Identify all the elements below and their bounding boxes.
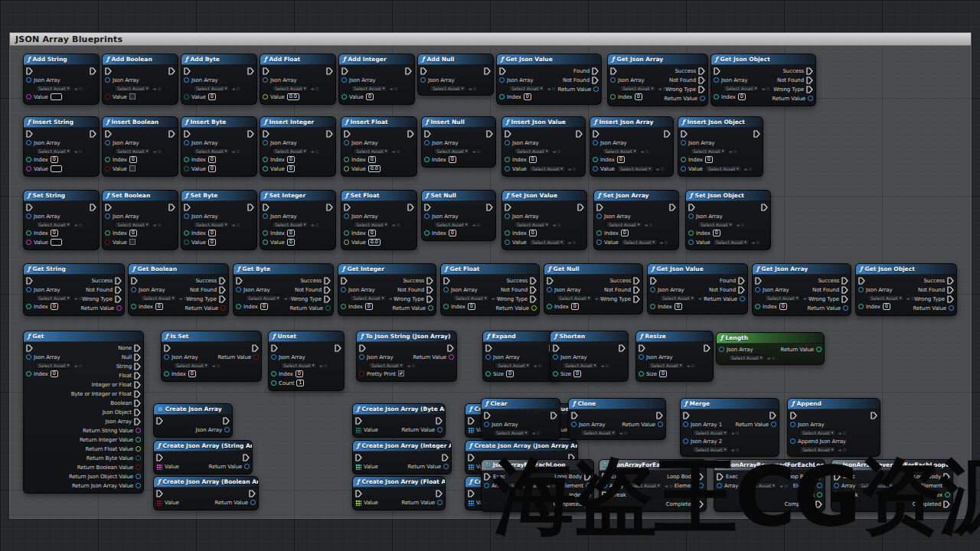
exec-pin-icon[interactable]: [341, 67, 348, 75]
browse-asset-icon[interactable]: ⊙: [324, 363, 328, 369]
exec-pin-icon[interactable]: [326, 204, 333, 211]
exec-pin[interactable]: Wrong Type: [394, 295, 433, 303]
exec-pin-icon[interactable]: [571, 412, 578, 419]
data-pin-icon[interactable]: [344, 230, 349, 236]
browse-asset-icon[interactable]: ⊙: [843, 430, 847, 436]
asset-select-dropdown[interactable]: Select Asset▾: [245, 295, 282, 302]
array-pin-icon[interactable]: [468, 464, 474, 470]
exec-pin[interactable]: Byte or Integer or Float: [71, 390, 141, 398]
asset-select-dropdown[interactable]: Select Asset▾: [692, 429, 729, 436]
data-pin[interactable]: Json ArraySelect Asset▾◄⊙: [424, 213, 481, 228]
exec-pin-icon[interactable]: [530, 286, 537, 294]
data-pin[interactable]: Json ArraySelect Asset▾◄⊙: [688, 213, 745, 228]
node-header[interactable]: ƒInsert Integer: [260, 117, 335, 128]
node-header[interactable]: ƒAdd Boolean: [103, 54, 178, 65]
exec-pin-icon[interactable]: [134, 363, 141, 370]
value-field[interactable]: 0: [287, 165, 295, 172]
data-pin-icon[interactable]: [105, 157, 110, 162]
exec-pin[interactable]: None: [118, 344, 141, 352]
data-pin[interactable]: Json ArraySelect Asset▾◄⊙: [420, 77, 477, 92]
data-pin[interactable]: Return Value: [209, 463, 250, 471]
array-pin-icon[interactable]: [355, 500, 361, 506]
data-pin[interactable]: Value0: [263, 165, 295, 173]
exec-pin[interactable]: [184, 204, 191, 211]
value-field[interactable]: 0: [296, 370, 303, 377]
exec-pin-icon[interactable]: [168, 204, 175, 211]
set-json-array-node[interactable]: ƒSet Json ArrayJson ArraySelect Asset▾◄⊙…: [593, 190, 679, 250]
insert-boolean-node[interactable]: ƒInsert BooleanJson ArraySelect Asset▾◄⊙…: [102, 116, 178, 177]
exec-pin[interactable]: Not Found: [397, 286, 433, 294]
node-header[interactable]: ƒMerge: [681, 399, 779, 409]
data-pin[interactable]: Json ArraySelect Asset▾◄⊙: [755, 286, 812, 302]
browse-asset-icon[interactable]: ⊙: [158, 222, 162, 228]
data-pin[interactable]: Index0: [184, 230, 216, 237]
asset-select-dropdown[interactable]: Select Asset▾: [140, 295, 177, 302]
asset-select-dropdown[interactable]: Select Asset▾: [35, 85, 72, 92]
object-pin-icon[interactable]: [344, 140, 349, 145]
exec-pin[interactable]: Not Found: [709, 286, 745, 294]
browse-asset-icon[interactable]: ⊙: [477, 222, 481, 228]
data-pin[interactable]: Size0: [639, 370, 667, 378]
data-pin[interactable]: Index0: [344, 230, 376, 237]
exec-pin-icon[interactable]: [219, 286, 226, 294]
node-header[interactable]: ƒGet Json Value: [648, 264, 747, 275]
asset-select-dropdown[interactable]: Select Asset▾: [690, 148, 727, 155]
exec-pin-icon[interactable]: [790, 412, 797, 419]
object-pin-icon[interactable]: [26, 214, 31, 219]
data-pin-icon[interactable]: [344, 240, 349, 245]
exec-pin-icon[interactable]: [669, 204, 676, 211]
exec-pin-icon[interactable]: [683, 412, 690, 419]
use-asset-icon[interactable]: ◄: [730, 430, 734, 436]
asset-select-dropdown[interactable]: Select Asset▾: [602, 148, 639, 155]
data-pin[interactable]: Value0: [263, 239, 295, 246]
exec-pin-icon[interactable]: [717, 473, 724, 481]
data-pin-icon[interactable]: [553, 371, 558, 377]
exec-pin-icon[interactable]: [468, 417, 475, 425]
node-header[interactable]: ƒGet Json Object: [856, 264, 956, 275]
exec-pin-icon[interactable]: [553, 344, 560, 352]
data-pin[interactable]: Json ArraySelect Asset▾◄⊙: [26, 213, 83, 228]
exec-pin-icon[interactable]: [263, 204, 270, 211]
use-asset-icon[interactable]: ◄: [310, 148, 314, 155]
node-header[interactable]: ƒSet String: [24, 191, 99, 201]
exec-pin-icon[interactable]: [407, 204, 414, 211]
data-pin[interactable]: Return Value: [393, 305, 433, 312]
exec-pin[interactable]: Wrong Type: [600, 295, 640, 303]
value-field[interactable]: 0: [659, 370, 667, 377]
data-pin[interactable]: Return Value: [290, 305, 331, 312]
asset-select-dropdown[interactable]: Select Asset▾: [114, 85, 151, 92]
is-set-node[interactable]: ƒIs SetJson ArraySelect Asset▾◄⊙Index0Re…: [161, 331, 262, 382]
add-boolean-node[interactable]: ƒAdd BooleanJson ArraySelect Asset▾◄⊙Val…: [102, 54, 178, 105]
exec-pin-icon[interactable]: [484, 473, 491, 481]
node-header[interactable]: ƒInsert Float: [341, 117, 416, 128]
exec-pin-icon[interactable]: [426, 277, 433, 285]
data-pin-icon[interactable]: [714, 94, 719, 99]
data-pin[interactable]: Index0: [341, 303, 373, 311]
exec-pin-icon[interactable]: [219, 295, 226, 303]
data-pin[interactable]: Value: [156, 499, 179, 507]
data-pin[interactable]: Return Boolean Value: [77, 464, 141, 471]
browse-asset-icon[interactable]: ⊙: [315, 222, 319, 228]
unset-node[interactable]: ƒUnsetJson ArraySelect Asset▾◄⊙Index0Cou…: [268, 331, 345, 391]
exec-pin[interactable]: [753, 130, 760, 138]
json-array-reversed-for-each-loop-node[interactable]: ↻JsonArrayReversedForEachLoopExecArraySe…: [714, 459, 825, 512]
exec-pin[interactable]: Found: [720, 277, 745, 285]
exec-pin-icon[interactable]: [426, 295, 433, 303]
object-pin-icon[interactable]: [714, 77, 719, 83]
data-pin[interactable]: Value0: [184, 93, 216, 101]
asset-select-dropdown[interactable]: Select Asset▾: [350, 295, 387, 302]
exec-pin-icon[interactable]: [243, 454, 250, 461]
exec-pin[interactable]: [105, 204, 112, 211]
exec-pin[interactable]: [156, 490, 163, 497]
data-pin[interactable]: Return Value: [496, 305, 537, 312]
object-pin-icon[interactable]: [359, 354, 364, 360]
object-pin-icon[interactable]: [224, 427, 230, 432]
exec-pin[interactable]: Found: [573, 67, 599, 75]
data-pin-icon[interactable]: [359, 371, 364, 377]
data-pin[interactable]: Json Array 1Select Asset▾◄⊙: [683, 421, 740, 436]
use-asset-icon[interactable]: ◄: [594, 295, 598, 302]
data-pin[interactable]: Json ArraySelect Asset▾◄⊙: [484, 421, 541, 436]
data-pin-icon[interactable]: [449, 354, 454, 360]
exec-pin[interactable]: [656, 412, 663, 419]
node-header[interactable]: ƒCreate Json Array (Integer Array): [353, 441, 451, 452]
